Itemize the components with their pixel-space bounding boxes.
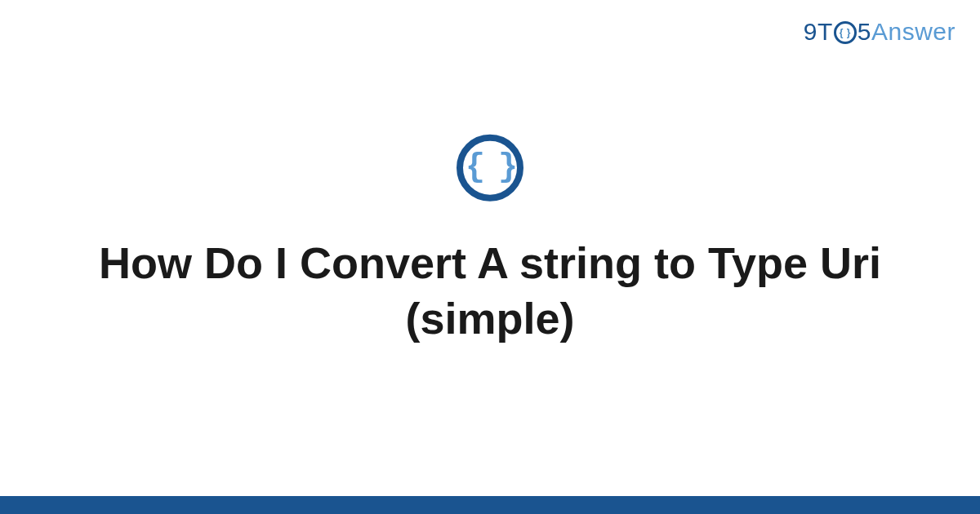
logo-text-5: 5 <box>858 18 871 46</box>
code-braces-icon: { } <box>457 135 523 202</box>
braces-glyph: { } <box>466 152 514 184</box>
logo-text-9t: 9T <box>804 18 833 46</box>
logo-o-icon: { } <box>834 21 857 44</box>
footer-accent-bar <box>0 496 980 514</box>
site-logo: 9T { } 5 Answer <box>804 18 956 46</box>
logo-o-braces: { } <box>840 28 851 38</box>
page-title: How Do I Convert A string to Type Uri (s… <box>49 236 931 346</box>
logo-text-answer: Answer <box>871 18 956 46</box>
main-content: { } How Do I Convert A string to Type Ur… <box>0 135 980 346</box>
